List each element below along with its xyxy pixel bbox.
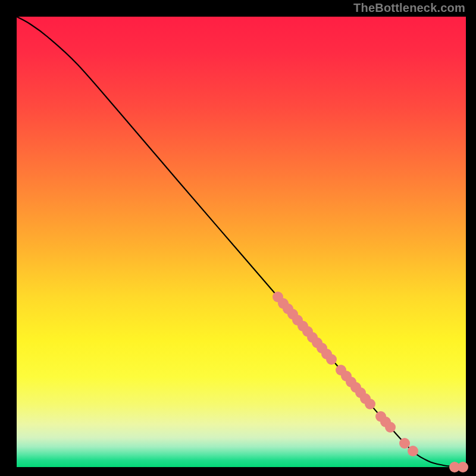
data-marker: [458, 462, 468, 472]
data-marker: [326, 354, 337, 365]
data-marker: [399, 438, 410, 449]
data-marker: [365, 399, 375, 409]
chart-svg: [0, 0, 476, 476]
data-marker: [408, 446, 418, 456]
plot-area: [17, 17, 466, 467]
chart-stage: TheBottleneck.com: [0, 0, 476, 476]
data-marker: [385, 422, 396, 433]
